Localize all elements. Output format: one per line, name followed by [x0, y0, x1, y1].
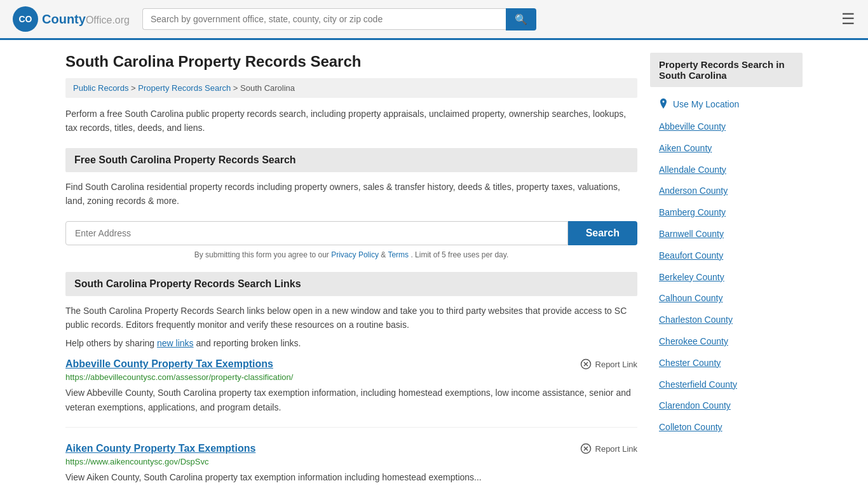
sidebar-county-link[interactable]: Allendale County [650, 159, 803, 181]
result-url[interactable]: https://abbevillecountysc.com/assessor/p… [65, 372, 637, 382]
links-section: South Carolina Property Records Search L… [65, 272, 637, 488]
sidebar-header: Property Records Search in South Carolin… [650, 53, 803, 87]
breadcrumb: Public Records > Property Records Search… [65, 78, 637, 98]
header-search-container: 🔍 [142, 8, 536, 30]
result-title[interactable]: Abbeville County Property Tax Exemptions [65, 358, 273, 370]
logo-icon: CO [13, 6, 38, 32]
breadcrumb-public-records[interactable]: Public Records [73, 83, 128, 93]
use-location-label: Use My Location [673, 99, 739, 109]
sidebar-county-link[interactable]: Abbeville County [650, 116, 803, 138]
header-search-button[interactable]: 🔍 [506, 8, 536, 30]
sidebar-county-link[interactable]: Chester County [650, 353, 803, 374]
terms-link[interactable]: Terms [388, 250, 409, 259]
sidebar-county-link[interactable]: Anderson County [650, 180, 803, 202]
sidebar-county-link[interactable]: Chesterfield County [650, 374, 803, 396]
breadcrumb-property-records-search[interactable]: Property Records Search [138, 83, 231, 93]
report-icon [580, 358, 592, 370]
result-title[interactable]: Aiken County Property Tax Exemptions [65, 443, 255, 454]
main-container: South Carolina Property Records Search P… [53, 40, 815, 488]
links-description: The South Carolina Property Records Sear… [65, 304, 637, 332]
location-pin-icon [659, 98, 668, 110]
report-icon [580, 443, 592, 454]
sidebar-county-link[interactable]: Bamberg County [650, 202, 803, 224]
result-item: Aiken County Property Tax Exemptions Rep… [65, 443, 637, 488]
sidebar-county-link[interactable]: Cherokee County [650, 331, 803, 353]
privacy-policy-link[interactable]: Privacy Policy [331, 250, 379, 259]
share-text: Help others by sharing new links and rep… [65, 338, 637, 348]
links-section-header: South Carolina Property Records Search L… [65, 272, 637, 296]
logo[interactable]: CO CountyOffice.org [13, 6, 130, 32]
sidebar-county-link[interactable]: Clarendon County [650, 395, 803, 417]
result-url[interactable]: https://www.aikencountysc.gov/DspSvc [65, 457, 637, 466]
sidebar-county-link[interactable]: Charleston County [650, 309, 803, 331]
form-disclaimer: By submitting this form you agree to our… [65, 250, 637, 259]
report-link[interactable]: Report Link [580, 443, 637, 454]
sidebar-county-link[interactable]: Aiken County [650, 138, 803, 159]
sidebar-county-link[interactable]: Beaufort County [650, 245, 803, 267]
site-header: CO CountyOffice.org 🔍 ☰ [0, 0, 868, 40]
result-header: Abbeville County Property Tax Exemptions… [65, 358, 637, 370]
search-icon: 🔍 [515, 14, 527, 25]
logo-text: CountyOffice.org [42, 12, 130, 27]
page-title: South Carolina Property Records Search [65, 53, 637, 71]
sidebar-county-link[interactable]: Barnwell County [650, 224, 803, 245]
free-search-header: Free South Carolina Property Records Sea… [65, 148, 637, 172]
report-link[interactable]: Report Link [580, 358, 637, 370]
sidebar: Property Records Search in South Carolin… [650, 53, 803, 488]
page-description: Perform a free South Carolina public pro… [65, 107, 637, 135]
result-description: View Abbeville County, South Carolina pr… [65, 386, 637, 414]
menu-icon[interactable]: ☰ [841, 10, 855, 28]
sidebar-county-link[interactable]: Berkeley County [650, 267, 803, 288]
address-input[interactable] [65, 221, 568, 245]
county-list: Abbeville CountyAiken CountyAllendale Co… [650, 116, 803, 438]
search-button[interactable]: Search [568, 221, 637, 245]
breadcrumb-current: South Carolina [240, 83, 295, 93]
sidebar-county-link[interactable]: Colleton County [650, 417, 803, 438]
free-search-description: Find South Carolina residential property… [65, 180, 637, 208]
header-search-input[interactable] [142, 8, 506, 30]
new-links-link[interactable]: new links [157, 338, 194, 348]
address-row: Search [65, 221, 637, 245]
result-description: View Aiken County, South Carolina proper… [65, 470, 637, 484]
use-location[interactable]: Use My Location [650, 95, 803, 114]
svg-text:CO: CO [19, 14, 32, 24]
address-search-area: Search By submitting this form you agree… [65, 221, 637, 259]
content-area: South Carolina Property Records Search P… [65, 53, 637, 488]
result-item: Abbeville County Property Tax Exemptions… [65, 358, 637, 428]
results-container: Abbeville County Property Tax Exemptions… [65, 358, 637, 488]
result-header: Aiken County Property Tax Exemptions Rep… [65, 443, 637, 454]
sidebar-county-link[interactable]: Calhoun County [650, 288, 803, 309]
